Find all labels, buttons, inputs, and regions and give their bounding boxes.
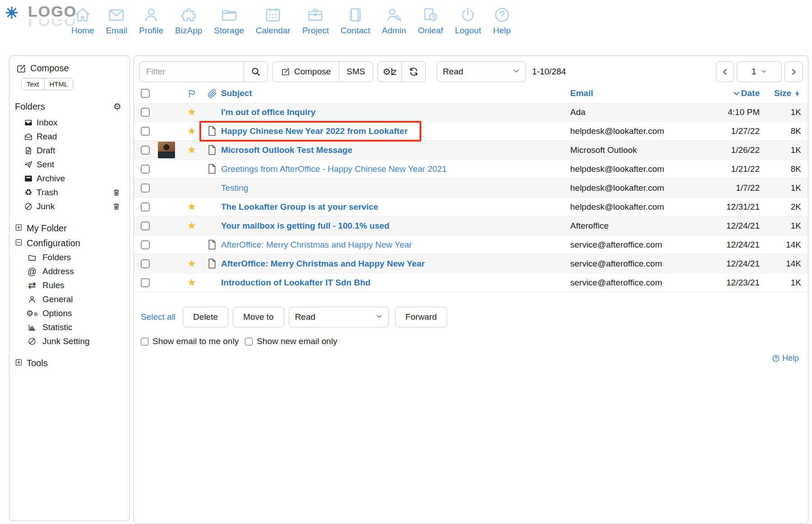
sidebar-folder-read[interactable]: Read [23, 129, 124, 143]
star-icon[interactable]: ★ [187, 258, 197, 269]
nav-item-onleaf[interactable]: Onleaf [418, 5, 443, 36]
select-all-checkbox[interactable] [141, 89, 150, 98]
search-button[interactable] [244, 61, 268, 82]
sidebar-folder-archive[interactable]: Archive [23, 171, 124, 185]
nav-item-home[interactable]: Home [71, 5, 94, 36]
nav-item-help[interactable]: Help [493, 5, 511, 36]
show-email-to-me-checkbox[interactable] [141, 338, 148, 345]
gears-icon: ⚙ʫ [383, 66, 397, 77]
empty-folder-button[interactable] [112, 202, 120, 211]
prev-page-button[interactable] [716, 61, 734, 82]
bolt-icon [794, 90, 801, 97]
date-cell: 12/31/21 [726, 202, 760, 212]
compose-html-button[interactable]: HTML [44, 78, 73, 90]
help-link[interactable]: Help [134, 354, 799, 363]
subject-link[interactable]: Your mailbox is getting full - 100.1% us… [221, 221, 570, 231]
select-all-link[interactable]: Select all [141, 312, 175, 322]
subject-header[interactable]: Subject [221, 88, 570, 98]
delete-button[interactable]: Delete [183, 307, 228, 327]
star-icon[interactable]: ★ [187, 202, 197, 212]
date-cell: 1/21/22 [731, 164, 760, 174]
subject-link[interactable]: I'm out of office Inquiry [221, 107, 570, 117]
sidebar-folder-junk[interactable]: Junk [23, 199, 124, 213]
star-icon[interactable]: ★ [187, 277, 197, 288]
subject-link[interactable]: Microsoft Outlook Test Message [221, 145, 570, 155]
sidebar-folder-inbox[interactable]: Inbox [23, 115, 124, 129]
move-to-button[interactable]: Move to [233, 307, 284, 327]
flag-column-icon[interactable] [187, 89, 197, 98]
email-cell: service@afteroffice.com [570, 278, 717, 288]
empty-folder-button[interactable] [112, 188, 120, 197]
config-item-options[interactable]: ⚙⚙ Options [27, 306, 124, 320]
nav-item-project[interactable]: Project [302, 5, 329, 36]
subject-link[interactable]: Happy Chinese New Year 2022 from Lookaft… [221, 126, 570, 136]
mark-as-select[interactable]: Read [289, 307, 389, 327]
compose-text-button[interactable]: Text [22, 78, 44, 90]
table-row: Greetings from AfterOffice - Happy Chine… [134, 160, 808, 179]
folders-heading: Folders [15, 101, 45, 112]
tree-tools[interactable]: Tools [15, 358, 124, 368]
config-item-folders[interactable]: Folders [27, 250, 124, 264]
size-header[interactable]: Size [774, 88, 801, 98]
forward-button[interactable]: Forward [395, 307, 448, 327]
row-checkbox[interactable] [141, 202, 150, 211]
list-settings-button[interactable]: ⚙ʫ [378, 61, 402, 82]
sidebar-folder-draft[interactable]: Draft [23, 143, 124, 157]
subject-link[interactable]: Introduction of Lookafter IT Sdn Bhd [221, 278, 570, 288]
next-page-button[interactable] [784, 61, 803, 82]
sidebar-folder-sent[interactable]: Sent [23, 157, 124, 171]
compose-link[interactable]: Compose [15, 63, 124, 74]
config-item-rules[interactable]: ⇄ Rules [27, 278, 124, 292]
subject-link[interactable]: Testing [221, 183, 570, 193]
sidebar-folder-trash[interactable]: ♻ Trash [23, 185, 124, 199]
row-checkbox[interactable] [141, 221, 150, 230]
subject-link[interactable]: The Lookafter Group is at your service [221, 202, 570, 212]
config-item-address[interactable]: @ Address [27, 264, 124, 278]
tree-configuration[interactable]: Configuration [15, 238, 124, 248]
refresh-button[interactable] [401, 61, 426, 82]
subject-link[interactable]: AfterOffice: Merry Christmas and Happy N… [221, 259, 570, 269]
email-cell: Afteroffice [570, 221, 717, 231]
tree-my-folder[interactable]: My Folder [15, 223, 124, 234]
row-checkbox[interactable] [141, 240, 150, 249]
star-icon[interactable]: ★ [187, 126, 197, 136]
nav-item-calendar[interactable]: Calendar [256, 5, 291, 36]
folder-settings-gear-icon[interactable]: ⚙ [113, 101, 121, 112]
nav-item-logout[interactable]: Logout [455, 5, 481, 36]
row-checkbox[interactable] [141, 165, 150, 174]
page-select[interactable]: 1 [737, 61, 782, 82]
folder-icon [220, 5, 238, 25]
compose-button[interactable]: Compose [272, 61, 339, 82]
nav-item-bizapp[interactable]: BizApp [175, 5, 202, 36]
sms-button[interactable]: SMS [339, 61, 373, 82]
row-checkbox[interactable] [141, 108, 150, 117]
subject-link[interactable]: Greetings from AfterOffice - Happy Chine… [221, 164, 570, 174]
row-checkbox[interactable] [141, 146, 150, 155]
show-new-email-checkbox[interactable] [245, 338, 253, 345]
config-item-general[interactable]: General [27, 292, 124, 306]
star-icon[interactable]: ★ [187, 107, 197, 117]
config-item-statistic[interactable]: Statistic [27, 320, 124, 334]
star-icon[interactable]: ★ [187, 221, 197, 231]
nav-item-storage[interactable]: Storage [214, 5, 244, 36]
config-item-junk-setting[interactable]: Junk Setting [27, 334, 124, 348]
nav-item-contact[interactable]: Contact [341, 5, 370, 36]
status-filter-select[interactable]: Read [437, 61, 526, 82]
table-row: Testing helpdesk@lookafter.com 1/7/22 1K [134, 179, 808, 198]
nav-item-profile[interactable]: Profile [139, 5, 163, 36]
filter-input[interactable] [139, 61, 244, 82]
attachment-column-icon[interactable] [208, 89, 217, 98]
email-header[interactable]: Email [570, 88, 717, 98]
row-checkbox[interactable] [141, 278, 150, 287]
star-icon[interactable]: ★ [187, 145, 197, 155]
date-header[interactable]: Date [733, 88, 760, 98]
nav-item-admin[interactable]: Admin [382, 5, 406, 36]
compose-icon [281, 67, 290, 76]
row-checkbox[interactable] [141, 259, 150, 268]
top-bar: LOGO LOGO Home Email Profile BizApp Stor… [0, 0, 812, 47]
subject-link[interactable]: AfterOffice: Merry Christmas and Happy N… [221, 240, 570, 250]
row-checkbox[interactable] [141, 184, 150, 193]
nav-item-email[interactable]: Email [106, 5, 128, 36]
expand-plus-icon [15, 358, 23, 368]
row-checkbox[interactable] [141, 127, 150, 136]
